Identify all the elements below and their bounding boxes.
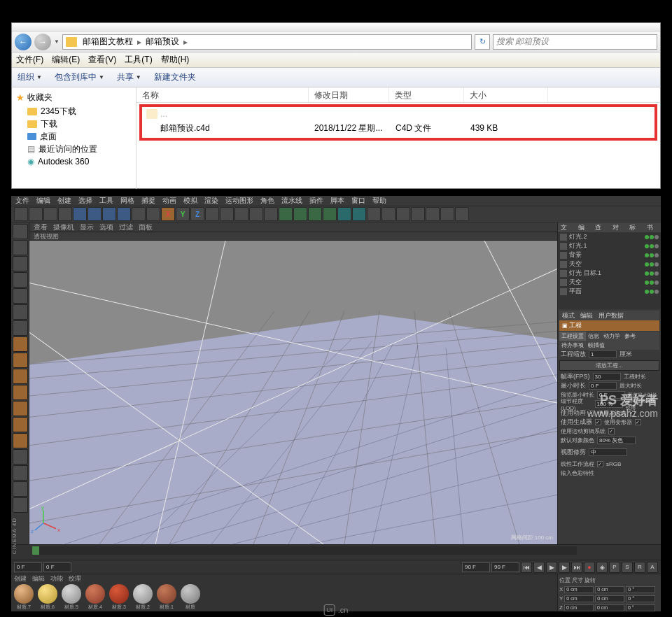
organize-button[interactable]: 组织▼ [18,71,42,83]
menu-tools[interactable]: 工具(T) [125,54,152,66]
menu-item[interactable]: 创建 [57,196,71,206]
back-button[interactable]: ← [15,34,31,50]
material-ball[interactable]: 材质.1 [155,584,178,611]
toolbar-button[interactable] [396,207,410,221]
attr-tab[interactable]: 模式 [559,311,578,320]
toolbar-button[interactable]: Y [176,207,190,221]
material-ball[interactable]: 材质.7 [13,584,35,611]
key-a-button[interactable]: A [647,562,658,573]
key-s-button[interactable]: S [622,562,633,573]
panel-tab[interactable]: 对象 [610,222,627,232]
vp-menu-item[interactable]: 查看 [34,222,48,232]
menu-item[interactable]: 文件 [15,196,29,206]
proj-tab[interactable]: 动力学 [601,332,622,341]
toolbar-button[interactable] [455,207,469,221]
proj-tab[interactable]: 待办事项 [559,341,586,350]
menu-item[interactable]: 渲染 [204,196,218,206]
menu-item[interactable]: 选择 [78,196,92,206]
menu-item[interactable]: 运动图形 [225,196,253,206]
object-row[interactable]: 天空 [558,278,661,287]
sidebar-item[interactable]: 2345下载 [12,105,136,118]
coord-input[interactable]: 0 cm [595,586,624,593]
menu-item[interactable]: 脚本 [330,196,344,206]
toolbar-button[interactable] [132,207,146,221]
coord-input[interactable]: 0 cm [564,595,594,602]
panel-tab[interactable]: 查看 [592,222,610,232]
coord-input[interactable]: 0 cm [595,604,624,611]
toolbar-button[interactable]: X [161,207,175,221]
mat-tab[interactable]: 功能 [50,574,63,583]
toolbar-button[interactable] [440,207,454,221]
frame-current[interactable]: 0 F [43,562,71,572]
tool-button[interactable] [13,272,28,288]
mat-tab[interactable]: 创建 [14,574,27,583]
col-name[interactable]: 名称 [136,87,309,102]
panel-tab[interactable]: 标签 [626,222,644,232]
tool-button[interactable] [13,449,28,464]
col-type[interactable]: 类型 [389,87,464,102]
toolbar-button[interactable] [367,207,381,221]
menu-view[interactable]: 查看(V) [88,54,116,66]
toolbar-button[interactable] [352,207,366,221]
scale-input[interactable] [589,350,617,358]
address-bar[interactable]: 邮箱图文教程 ▸ 邮箱预设 ▸ [62,34,472,50]
toolbar-button[interactable] [382,207,396,221]
toolbar-button[interactable] [220,207,234,221]
scale-project-button[interactable]: 缩放工程... [559,360,659,371]
toolbar-button[interactable] [279,207,293,221]
checkbox[interactable] [635,419,641,425]
toolbar-button[interactable] [58,207,72,221]
proj-tab[interactable]: 信息 [586,332,601,341]
toolbar-button[interactable]: Z [190,207,204,221]
autokey-button[interactable]: ◈ [596,562,608,573]
col-date[interactable]: 修改日期 [309,87,389,102]
tool-button[interactable] [13,385,28,400]
clip-select[interactable] [589,448,627,456]
sidebar-item[interactable]: 下载 [12,118,136,130]
toolbar-button[interactable] [411,207,425,221]
col-size[interactable]: 大小 [464,87,548,102]
material-ball[interactable]: 材质.4 [84,584,106,611]
mat-tab[interactable]: 纹理 [69,574,81,583]
sidebar-item[interactable]: ◉Autodesk 360 [12,155,136,168]
panel-tab[interactable]: 书签 [644,222,662,232]
menu-item[interactable]: 模拟 [183,196,197,206]
panel-tab[interactable]: 编辑 [575,222,593,232]
tool-button[interactable] [13,224,28,239]
menu-item[interactable]: 编辑 [36,196,50,206]
tool-button[interactable] [13,401,28,416]
proj-tab[interactable]: 参考 [622,332,638,341]
material-ball[interactable]: 材质 [179,584,202,611]
menu-item[interactable]: 网格 [120,196,134,206]
attr-tab[interactable]: 用户数据 [596,311,626,320]
key-p-button[interactable]: P [609,562,620,573]
toolbar-button[interactable] [29,207,43,221]
share-button[interactable]: 共享▼ [117,71,141,83]
breadcrumb-item[interactable]: 邮箱图文教程 [80,35,136,49]
menu-item[interactable]: 捕捉 [141,196,155,206]
tool-button[interactable] [13,353,28,368]
key-r-button[interactable]: R [634,562,645,573]
coord-input[interactable]: 0 cm [595,595,624,602]
toolbar-button[interactable] [117,207,131,221]
object-row[interactable]: 平面 [558,287,661,296]
menu-item[interactable]: 帮助 [372,196,386,206]
toolbar-button[interactable] [249,207,263,221]
proj-tab[interactable]: 帧插值 [586,341,607,350]
tool-button[interactable] [13,369,28,384]
goto-start-button[interactable]: ⏮ [521,562,532,573]
menu-item[interactable]: 角色 [260,196,274,206]
tool-button[interactable] [13,240,28,255]
coord-input[interactable]: 0 ° [626,586,655,593]
object-row[interactable]: 灯光 目标.1 [558,269,661,278]
menu-item[interactable]: 窗口 [351,196,365,206]
frame-end[interactable]: 90 F [462,562,490,572]
next-frame-button[interactable]: ▶ [559,562,570,573]
coord-input[interactable]: 0 ° [626,595,655,602]
tool-button[interactable] [13,256,28,271]
tool-button[interactable] [13,433,28,448]
goto-end-button[interactable]: ⏭ [571,562,582,573]
object-row[interactable]: 灯光.1 [558,241,661,250]
toolbar-button[interactable] [205,207,219,221]
toolbar-button[interactable] [308,207,322,221]
